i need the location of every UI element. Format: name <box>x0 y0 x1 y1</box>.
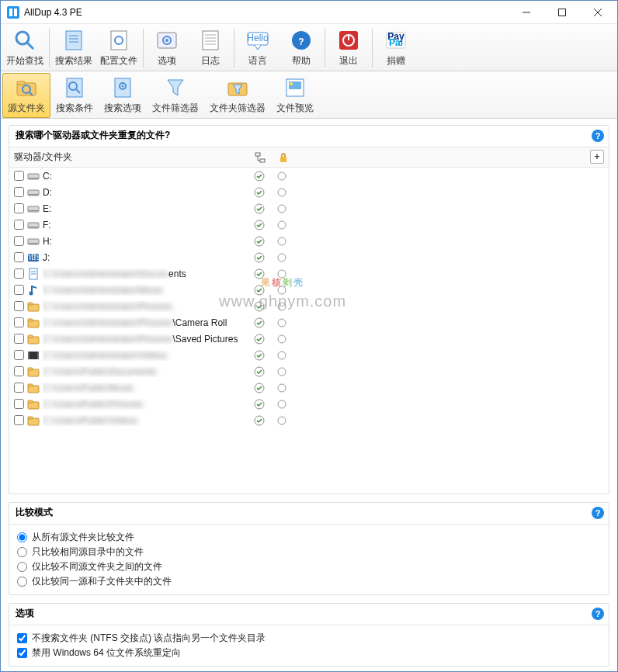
row-checkbox[interactable] <box>14 171 24 181</box>
compare-radio[interactable] <box>17 532 27 542</box>
include-check[interactable] <box>254 252 277 263</box>
row-checkbox[interactable] <box>14 334 24 344</box>
protect-radio[interactable] <box>277 204 300 213</box>
protect-radio[interactable] <box>277 351 300 360</box>
maximize-button[interactable] <box>544 1 580 24</box>
table-row[interactable]: D: <box>9 184 609 200</box>
row-checkbox[interactable] <box>14 268 24 279</box>
donate-button[interactable]: PayPal 捐赠 <box>374 26 418 71</box>
row-checkbox[interactable] <box>14 236 24 246</box>
exit-button[interactable]: 退出 <box>327 26 370 71</box>
include-check[interactable] <box>254 220 277 230</box>
protect-radio[interactable] <box>277 383 300 393</box>
table-row[interactable]: ntfsJ: <box>9 249 609 265</box>
option-item[interactable]: 禁用 Windows 64 位文件系统重定向 <box>17 646 601 660</box>
row-checkbox[interactable] <box>14 301 24 311</box>
protect-radio[interactable] <box>277 416 300 425</box>
help-icon[interactable]: ? <box>592 608 604 620</box>
tab-file-preview[interactable]: 文件预览 <box>271 73 319 118</box>
include-check[interactable] <box>254 366 277 377</box>
table-row[interactable]: C:\Users\Administrator\Documents <box>9 265 609 282</box>
minimize-button[interactable] <box>509 1 544 24</box>
row-checkbox[interactable] <box>14 285 24 295</box>
table-row[interactable]: C:\Users\Administrator\Videos <box>9 347 609 363</box>
row-checkbox[interactable] <box>14 317 24 327</box>
compare-radio[interactable] <box>17 562 27 572</box>
compare-radio[interactable] <box>17 577 27 587</box>
help-icon[interactable]: ? <box>592 507 604 519</box>
protect-radio[interactable] <box>277 253 300 262</box>
compare-radio[interactable] <box>17 547 27 557</box>
row-checkbox[interactable] <box>14 203 24 213</box>
protect-radio[interactable] <box>277 318 300 327</box>
option-checkbox[interactable] <box>17 633 27 643</box>
tab-search-options[interactable]: 搜索选项 <box>99 73 147 118</box>
include-check[interactable] <box>254 171 277 182</box>
table-row[interactable]: C:\Users\Administrator\Pictures\Saved Pi… <box>9 331 609 347</box>
table-row[interactable]: C:\Users\Administrator\Pictures\Camera R… <box>9 314 609 331</box>
table-row[interactable]: C:\Users\Public\Videos <box>9 412 609 428</box>
config-file-button[interactable]: 配置文件 <box>96 26 141 71</box>
include-check[interactable] <box>254 383 277 393</box>
table-row[interactable]: E: <box>9 200 609 216</box>
search-results-button[interactable]: 搜索结果 <box>51 26 96 71</box>
help-icon[interactable]: ? <box>592 130 604 142</box>
row-checkbox[interactable] <box>14 366 24 376</box>
include-check[interactable] <box>254 399 277 410</box>
row-checkbox[interactable] <box>14 399 24 409</box>
protect-radio[interactable] <box>277 220 300 230</box>
option-item[interactable]: 不搜索文件夹 (NTFS 交接点) 该点指向另一个文件夹目录 <box>17 632 601 645</box>
protect-radio[interactable] <box>277 400 300 409</box>
row-checkbox[interactable] <box>14 415 24 425</box>
protect-radio[interactable] <box>277 269 300 279</box>
protect-radio[interactable] <box>277 302 300 311</box>
help-button[interactable]: ? 帮助 <box>279 26 323 71</box>
tab-source-folders[interactable]: 源文件夹 <box>2 73 50 118</box>
folder-path: C:\Users\Administrator\Videos <box>43 350 254 361</box>
compare-option[interactable]: 从所有源文件夹比较文件 <box>17 531 601 544</box>
table-row[interactable]: C:\Users\Administrator\Music <box>9 282 609 298</box>
table-row[interactable]: C:\Users\Public\Documents <box>9 363 609 379</box>
compare-option[interactable]: 仅比较同一源和子文件夹中的文件 <box>17 575 601 588</box>
include-check[interactable] <box>254 268 277 279</box>
add-folder-button[interactable]: + <box>590 150 604 164</box>
log-button[interactable]: 日志 <box>189 26 232 71</box>
include-check[interactable] <box>254 285 277 296</box>
start-search-button[interactable]: 开始查找 <box>2 26 47 71</box>
include-check[interactable] <box>254 301 277 312</box>
protect-radio[interactable] <box>277 237 300 246</box>
table-row[interactable]: H: <box>9 233 609 249</box>
compare-option[interactable]: 仅比较不同源文件夹之间的文件 <box>17 560 601 573</box>
protect-radio[interactable] <box>277 171 300 181</box>
table-row[interactable]: C: <box>9 168 609 184</box>
table-row[interactable]: C:\Users\Public\Music <box>9 379 609 396</box>
include-check[interactable] <box>254 334 277 345</box>
protect-radio[interactable] <box>277 286 300 295</box>
include-check[interactable] <box>254 415 277 426</box>
include-check[interactable] <box>254 317 277 328</box>
table-row[interactable]: C:\Users\Administrator\Pictures <box>9 298 609 314</box>
protect-radio[interactable] <box>277 334 300 344</box>
include-check[interactable] <box>254 203 277 214</box>
tab-file-filter[interactable]: 文件筛选器 <box>147 73 204 118</box>
close-button[interactable] <box>580 1 616 24</box>
table-row[interactable]: F: <box>9 216 609 233</box>
include-check[interactable] <box>254 350 277 361</box>
row-checkbox[interactable] <box>14 383 24 393</box>
protect-radio[interactable] <box>277 367 300 376</box>
option-checkbox[interactable] <box>17 648 27 658</box>
compare-option[interactable]: 只比较相同源目录中的文件 <box>17 546 601 559</box>
protect-radio[interactable] <box>277 188 300 197</box>
svg-rect-83 <box>28 303 33 305</box>
row-checkbox[interactable] <box>14 187 24 197</box>
language-button[interactable]: Hello 语言 <box>236 26 279 71</box>
include-check[interactable] <box>254 187 277 198</box>
row-checkbox[interactable] <box>14 252 24 262</box>
options-button[interactable]: 选项 <box>145 26 189 71</box>
tab-folder-filter[interactable]: 文件夹筛选器 <box>204 73 271 118</box>
row-checkbox[interactable] <box>14 350 24 360</box>
include-check[interactable] <box>254 236 277 247</box>
table-row[interactable]: C:\Users\Public\Pictures <box>9 396 609 412</box>
tab-search-criteria[interactable]: 搜索条件 <box>50 73 99 118</box>
row-checkbox[interactable] <box>14 220 24 230</box>
